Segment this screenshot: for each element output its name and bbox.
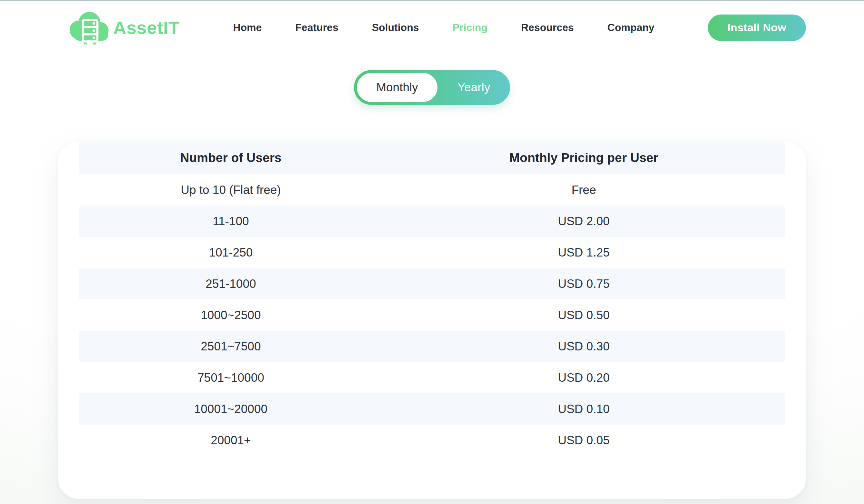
pricing-table-row: 1000~2500USD 0.50 bbox=[79, 299, 785, 331]
users-range-cell: 7501~10000 bbox=[79, 362, 383, 393]
assetit-cloud-server-logo-icon bbox=[66, 10, 111, 46]
pricing-table-row: 20001+USD 0.05 bbox=[79, 424, 785, 456]
users-range-cell: 20001+ bbox=[79, 424, 383, 456]
pricing-table: Number of Users Monthly Pricing per User… bbox=[79, 141, 785, 456]
users-range-cell: 1000~2500 bbox=[79, 299, 383, 331]
pricing-table-header-row: Number of Users Monthly Pricing per User bbox=[79, 141, 785, 174]
column-header-number-of-users: Number of Users bbox=[79, 141, 383, 174]
column-header-monthly-pricing-per-user: Monthly Pricing per User bbox=[383, 141, 785, 174]
users-range-cell: 2501~7500 bbox=[79, 331, 383, 362]
nav-link-solutions[interactable]: Solutions bbox=[372, 22, 419, 34]
nav-link-features[interactable]: Features bbox=[295, 22, 338, 34]
nav-link-pricing[interactable]: Pricing bbox=[452, 22, 487, 34]
billing-toggle-monthly-option[interactable]: Monthly bbox=[357, 73, 437, 102]
price-cell: USD 1.25 bbox=[383, 237, 785, 268]
price-cell: USD 0.10 bbox=[383, 393, 785, 424]
billing-toggle-yearly-option[interactable]: Yearly bbox=[437, 70, 510, 105]
pricing-section: Monthly Yearly Number of Users Monthly P… bbox=[0, 70, 864, 499]
users-range-cell: 11-100 bbox=[79, 205, 383, 237]
site-header: AssetIT HomeFeaturesSolutionsPricingReso… bbox=[0, 1, 864, 54]
pricing-table-row: 251-1000USD 0.75 bbox=[79, 268, 785, 299]
pricing-table-row: Up to 10 (Flat free)Free bbox=[79, 174, 785, 205]
price-cell: USD 0.75 bbox=[383, 268, 785, 299]
users-range-cell: 10001~20000 bbox=[79, 393, 383, 424]
pricing-table-row: 7501~10000USD 0.20 bbox=[79, 362, 785, 393]
main-nav: HomeFeaturesSolutionsPricingResourcesCom… bbox=[233, 22, 654, 34]
pricing-table-row: 101-250USD 1.25 bbox=[79, 237, 785, 268]
users-range-cell: 101-250 bbox=[79, 237, 383, 268]
price-cell: Free bbox=[383, 174, 785, 205]
pricing-table-row: 11-100USD 2.00 bbox=[79, 205, 785, 237]
pricing-table-row: 10001~20000USD 0.10 bbox=[79, 393, 785, 424]
brand-name: AssetIT bbox=[113, 17, 180, 38]
users-range-cell: 251-1000 bbox=[79, 268, 383, 299]
pricing-table-row: 2501~7500USD 0.30 bbox=[79, 331, 785, 362]
price-cell: USD 2.00 bbox=[383, 205, 785, 237]
price-cell: USD 0.30 bbox=[383, 331, 785, 362]
price-cell: USD 0.05 bbox=[383, 424, 785, 456]
nav-link-home[interactable]: Home bbox=[233, 22, 262, 34]
install-now-button[interactable]: Install Now bbox=[708, 14, 806, 41]
pricing-card: Number of Users Monthly Pricing per User… bbox=[58, 141, 806, 499]
brand-logo[interactable]: AssetIT bbox=[66, 10, 180, 46]
nav-link-resources[interactable]: Resources bbox=[521, 22, 574, 34]
price-cell: USD 0.50 bbox=[383, 299, 785, 331]
price-cell: USD 0.20 bbox=[383, 362, 785, 393]
nav-link-company[interactable]: Company bbox=[608, 22, 655, 34]
billing-period-toggle[interactable]: Monthly Yearly bbox=[354, 70, 510, 105]
users-range-cell: Up to 10 (Flat free) bbox=[79, 174, 383, 205]
